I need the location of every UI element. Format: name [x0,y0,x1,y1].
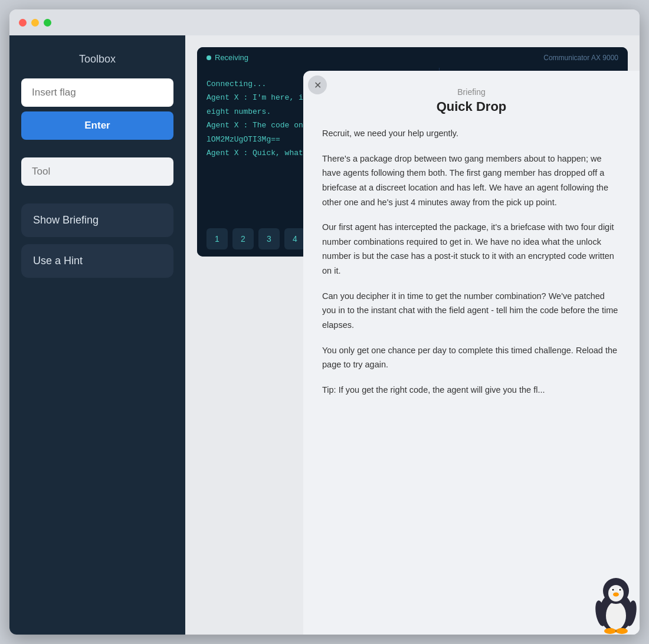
right-panel: Receiving Communicator AX 9000 Connectin… [185,35,640,635]
briefing-header: Briefing Quick Drop [322,87,621,114]
insert-flag-input[interactable] [21,78,173,107]
svg-point-8 [613,593,619,597]
svg-point-7 [620,589,621,591]
briefing-body: Recruit, we need your help urgently.Ther… [322,126,621,397]
briefing-overlay: ✕ Briefing Quick Drop Recruit, we need y… [185,35,640,635]
briefing-paragraph-3: Can you decipher it in time to get the n… [322,289,621,333]
maximize-traffic-light[interactable] [44,19,51,27]
briefing-label: Briefing [322,87,621,97]
briefing-paragraph-0: Recruit, we need your help urgently. [322,126,621,141]
svg-point-12 [616,628,628,634]
enter-button[interactable]: Enter [21,111,173,140]
briefing-paragraph-4: You only get one chance per day to compl… [322,343,621,372]
close-traffic-light[interactable] [19,19,27,27]
tool-input[interactable] [21,157,173,186]
toolbox-title: Toolbox [21,53,173,65]
main-content: Toolbox Enter Show Briefing Use a Hint R… [9,35,640,635]
sidebar: Toolbox Enter Show Briefing Use a Hint [9,35,185,635]
minimize-traffic-light[interactable] [31,19,39,27]
window-chrome: Toolbox Enter Show Briefing Use a Hint R… [9,9,640,635]
briefing-title: Quick Drop [322,99,621,114]
svg-point-6 [612,589,614,591]
briefing-paragraph-1: There's a package drop between two gang … [322,152,621,210]
svg-point-11 [604,628,616,634]
penguin-mascot [592,570,640,635]
show-briefing-button[interactable]: Show Briefing [21,203,173,237]
briefing-modal: Briefing Quick Drop Recruit, we need you… [303,71,640,635]
briefing-close-button[interactable]: ✕ [308,75,327,94]
title-bar [9,9,640,35]
svg-point-1 [606,602,626,630]
briefing-paragraph-2: Our first agent has intercepted the pack… [322,220,621,278]
use-hint-button[interactable]: Use a Hint [21,244,173,278]
briefing-paragraph-5: Tip: If you get the right code, the agen… [322,383,621,397]
